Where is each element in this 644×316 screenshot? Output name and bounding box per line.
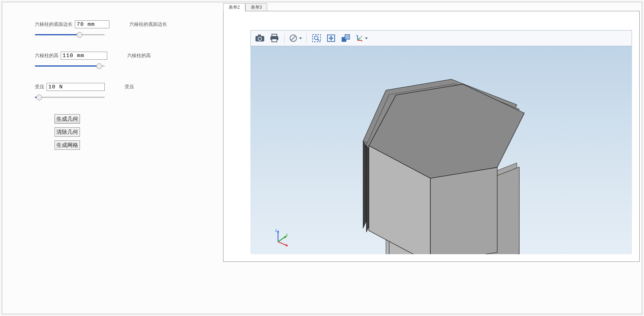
- svg-rect-9: [313, 35, 321, 42]
- slider-fill: [35, 34, 80, 35]
- edge-label: 六棱柱的底面边长: [35, 21, 73, 28]
- pressure-slider[interactable]: [35, 94, 105, 100]
- generate-geometry-button[interactable]: 生成几何: [55, 114, 80, 124]
- param-row-height: 六棱柱的高 六棱柱的高: [35, 52, 209, 60]
- axis-z-label: z: [275, 228, 277, 232]
- svg-line-11: [318, 39, 319, 41]
- chevron-down-icon: [365, 37, 368, 39]
- svg-rect-14: [345, 35, 350, 39]
- slider-thumb[interactable]: [96, 63, 102, 69]
- svg-text:z: z: [356, 34, 357, 37]
- svg-text:y: y: [361, 35, 362, 38]
- edge-input[interactable]: [75, 20, 109, 28]
- slider-track: [35, 97, 105, 98]
- 3d-viewport[interactable]: z y x: [250, 46, 632, 254]
- camera-icon[interactable]: [254, 33, 266, 44]
- height-right-label: 六棱柱的高: [127, 52, 151, 59]
- generate-mesh-button[interactable]: 生成网格: [55, 140, 80, 150]
- svg-rect-1: [258, 35, 261, 36]
- svg-line-17: [358, 37, 361, 40]
- param-row-edge: 六棱柱的底面边长 六棱柱的底面边长: [35, 20, 209, 28]
- edge-right-label: 六棱柱的底面边长: [129, 21, 167, 28]
- viewer-panel: 表单2 表单3: [223, 2, 640, 314]
- axes-icon[interactable]: x y z: [354, 33, 369, 44]
- height-label: 六棱柱的高: [35, 52, 59, 59]
- svg-point-3: [258, 37, 261, 40]
- viewer-toolbar: x y z: [250, 30, 632, 46]
- tab-bar: 表单2 表单3: [223, 2, 640, 11]
- svg-marker-37: [277, 230, 279, 232]
- svg-rect-4: [272, 34, 277, 36]
- height-slider-wrap: [35, 63, 209, 69]
- viewer-frame: x y z: [223, 11, 640, 262]
- parameters-panel: 六棱柱的底面边长 六棱柱的底面边长 六棱柱的高 六棱柱的高: [2, 2, 220, 314]
- fit-view-icon[interactable]: [325, 33, 337, 44]
- slider-thumb[interactable]: [36, 95, 42, 100]
- pressure-input[interactable]: [47, 83, 105, 91]
- height-input[interactable]: [61, 52, 107, 60]
- chevron-down-icon: [299, 37, 302, 39]
- edge-slider[interactable]: [35, 31, 105, 38]
- app-window: 六棱柱的底面边长 六棱柱的底面边长 六棱柱的高 六棱柱的高: [2, 2, 642, 314]
- pressure-slider-wrap: [35, 94, 209, 100]
- toolbar-separator: [306, 33, 307, 43]
- zoom-box-icon[interactable]: [310, 33, 323, 44]
- pressure-label: 受压: [35, 84, 44, 90]
- slider-thumb[interactable]: [77, 32, 82, 38]
- svg-marker-34: [430, 167, 497, 254]
- svg-line-8: [291, 36, 295, 40]
- svg-line-40: [278, 237, 285, 242]
- slider-fill: [35, 65, 99, 67]
- height-slider[interactable]: [35, 63, 105, 69]
- param-row-pressure: 受压 受压: [35, 83, 209, 91]
- hexagonal-prism-final: [250, 46, 632, 254]
- svg-text:x: x: [361, 40, 363, 42]
- tab-form2[interactable]: 表单2: [223, 3, 245, 11]
- svg-rect-6: [272, 39, 277, 42]
- svg-line-38: [278, 242, 287, 245]
- print-icon[interactable]: [268, 33, 281, 44]
- pressure-right-label: 受压: [125, 84, 134, 90]
- axis-triad: z y x: [274, 228, 292, 246]
- axis-y-label: y: [286, 233, 288, 237]
- edge-slider-wrap: [35, 31, 209, 38]
- no-entry-icon[interactable]: [288, 33, 303, 44]
- clear-geometry-button[interactable]: 清除几何: [55, 127, 80, 137]
- toolbar-separator: [284, 33, 285, 43]
- transparency-icon[interactable]: [339, 33, 352, 44]
- axis-x-label: x: [287, 246, 289, 246]
- tab-form3[interactable]: 表单3: [245, 3, 267, 11]
